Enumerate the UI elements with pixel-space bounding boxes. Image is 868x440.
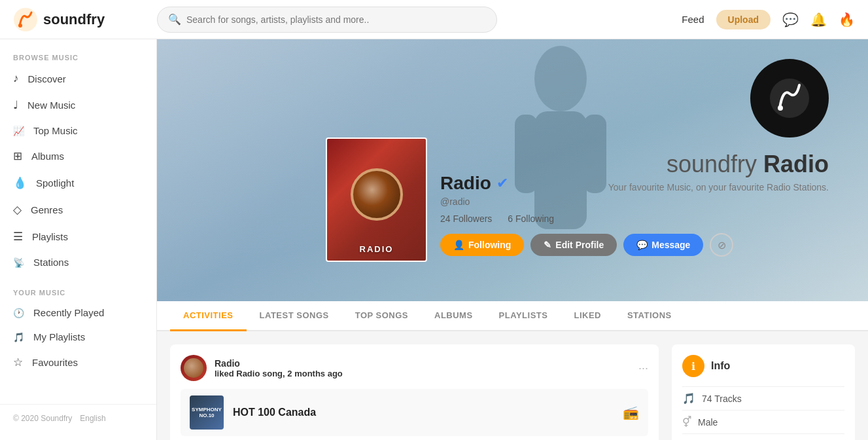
sidebar-item-favourites[interactable]: ☆ Favourites: [0, 349, 156, 376]
sidebar-item-label: Genres: [31, 204, 63, 215]
profile-card: RADIO Radio ✔ @radio 24 Followers · 6 Fo…: [326, 138, 733, 262]
sidebar-item-albums[interactable]: ⊞ Albums: [0, 143, 156, 170]
sidebar-item-label: Albums: [31, 151, 64, 162]
sidebar-item-top-music[interactable]: 📈 Top Music: [0, 119, 156, 143]
content-area: soundfry Radio Your favourite Music, on …: [157, 39, 868, 440]
sidebar-item-label: Top Music: [33, 125, 78, 136]
activity-time: 2 months ago: [287, 369, 343, 378]
logo-text: soundfry: [43, 11, 105, 28]
sidebar-item-stations[interactable]: 📡 Stations: [0, 250, 156, 274]
sidebar-item-spotlight[interactable]: 💧 Spotlight: [0, 170, 156, 196]
tab-stations[interactable]: STATIONS: [614, 301, 685, 331]
sidebar-item-my-playlists[interactable]: 🎵 My Playlists: [0, 325, 156, 349]
followers-count: 24 Followers: [440, 213, 492, 224]
profile-name-row: Radio ✔: [440, 173, 733, 194]
activity-more-button[interactable]: ···: [638, 361, 648, 375]
sidebar-item-label: My Playlists: [33, 331, 85, 342]
tab-playlists[interactable]: PLAYLISTS: [486, 301, 561, 331]
flame-icon[interactable]: 🔥: [839, 12, 855, 28]
header-right: Feed Upload 💬 🔔 🔥: [682, 10, 855, 29]
tab-top-songs[interactable]: TOP SONGS: [342, 301, 421, 331]
tab-liked[interactable]: LIKED: [561, 301, 614, 331]
sidebar-item-label: Recently Played: [33, 307, 104, 318]
info-row-gender: ⚥ Male: [682, 410, 844, 433]
following-icon: 👤: [453, 240, 464, 250]
logo-icon: [13, 7, 38, 32]
profile-name: Radio: [440, 173, 491, 194]
info-card: ℹ Info 🎵 74 Tracks ⚥ Male 📅 1 years: [672, 344, 855, 440]
sidebar-item-recently-played[interactable]: 🕐 Recently Played: [0, 301, 156, 325]
stations-icon: 📡: [13, 257, 24, 268]
logo-area: soundfry: [13, 7, 157, 32]
notifications-icon[interactable]: 🔔: [810, 12, 827, 28]
avatar-label: RADIO: [360, 244, 394, 254]
sidebar-item-label: New Music: [27, 100, 75, 111]
activity-meta: Radio liked Radio song, 2 months ago: [215, 358, 631, 378]
verified-icon: ✔: [496, 175, 508, 192]
my-playlists-icon: 🎵: [13, 332, 24, 342]
activity-action: liked: [215, 369, 234, 378]
activity-desc: liked Radio song, 2 months ago: [215, 369, 631, 378]
profile-stats: 24 Followers · 6 Following: [440, 213, 733, 224]
activity-header: Radio liked Radio song, 2 months ago ···: [181, 355, 648, 381]
new-music-icon: ♩: [13, 98, 18, 112]
discover-icon: ♪: [13, 72, 19, 85]
profile-avatar: RADIO: [326, 138, 427, 262]
spotlight-icon: 💧: [13, 176, 27, 190]
svg-point-7: [778, 105, 783, 111]
tab-activities[interactable]: ACTIVITIES: [170, 301, 247, 331]
sidebar-item-discover[interactable]: ♪ Discover: [0, 65, 156, 92]
albums-icon: ⊞: [13, 149, 22, 163]
song-radio-icon: 📻: [623, 405, 639, 420]
profile-banner: soundfry Radio Your favourite Music, on …: [157, 39, 868, 301]
activity-avatar: [181, 355, 207, 381]
sidebar-item-label: Playlists: [32, 231, 68, 242]
edit-profile-button[interactable]: ✎ Edit Profile: [530, 234, 617, 256]
info-row-age: 📅 1 years old: [682, 433, 844, 440]
ban-icon: ⊘: [718, 239, 726, 251]
radio-circle-art: [351, 168, 403, 221]
language-selector[interactable]: English: [80, 414, 105, 423]
your-music-label: YOUR MUSIC: [0, 282, 156, 301]
upload-button[interactable]: Upload: [716, 10, 771, 29]
profile-actions: 👤 Following ✎ Edit Profile 💬 Message: [440, 233, 733, 257]
sidebar-item-genres[interactable]: ◇ Genres: [0, 196, 156, 223]
more-options-button[interactable]: ⊘: [710, 233, 733, 257]
browse-music-label: BROWSE MUSIC: [0, 47, 156, 65]
profile-content: Radio liked Radio song, 2 months ago ···: [157, 331, 868, 440]
sidebar-item-label: Discover: [28, 73, 66, 84]
brand-logo-svg: [767, 75, 812, 121]
activity-item: Radio liked Radio song, 2 months ago ···: [170, 344, 659, 440]
song-card[interactable]: SYMPHONY NO.10 HOT 100 Canada 📻: [181, 389, 648, 436]
info-title: Info: [711, 360, 730, 372]
feed-link[interactable]: Feed: [682, 14, 704, 25]
gender-value: Male: [698, 417, 718, 428]
song-thumbnail: SYMPHONY NO.10: [190, 395, 224, 430]
header: soundfry 🔍 Feed Upload 💬 🔔 🔥: [0, 0, 868, 39]
genres-icon: ◇: [13, 203, 22, 217]
activity-avatar-art: [184, 358, 203, 378]
sidebar-footer: © 2020 Soundfry English: [0, 404, 156, 432]
following-count: 6 Following: [508, 213, 554, 224]
tab-latest-songs[interactable]: LATEST SONGS: [247, 301, 342, 331]
main-layout: BROWSE MUSIC ♪ Discover ♩ New Music 📈 To…: [0, 39, 868, 440]
message-button[interactable]: 💬 Message: [623, 234, 703, 256]
profile-handle: @radio: [440, 196, 733, 207]
song-title: HOT 100 Canada: [233, 407, 614, 418]
recently-played-icon: 🕐: [13, 308, 24, 318]
info-icon: ℹ: [691, 360, 695, 373]
profile-tabs: ACTIVITIES LATEST SONGS TOP SONGS ALBUMS…: [157, 301, 868, 331]
following-button[interactable]: 👤 Following: [440, 234, 524, 256]
sidebar-item-new-music[interactable]: ♩ New Music: [0, 92, 156, 119]
info-row-tracks: 🎵 74 Tracks: [682, 386, 844, 410]
chat-icon[interactable]: 💬: [782, 12, 799, 28]
top-music-icon: 📈: [13, 126, 24, 136]
svg-point-0: [14, 8, 37, 31]
tab-albums[interactable]: ALBUMS: [421, 301, 486, 331]
info-header: ℹ Info: [682, 355, 844, 377]
search-input[interactable]: [186, 14, 486, 25]
sidebar-item-label: Spotlight: [36, 177, 74, 189]
sidebar-item-playlists[interactable]: ☰ Playlists: [0, 223, 156, 250]
activity-user: Radio: [215, 358, 631, 369]
search-bar[interactable]: 🔍: [157, 7, 497, 33]
